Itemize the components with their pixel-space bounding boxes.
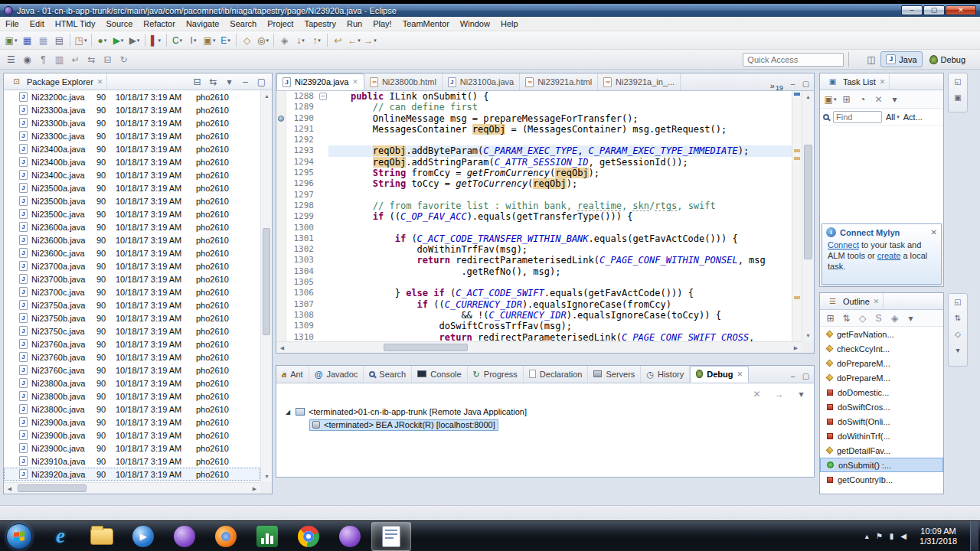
new-package-icon[interactable]: ▣▾ <box>201 32 217 48</box>
package-explorer-row[interactable]: JNi23700b.java9010/18/17 3:19 AMpho2610 <box>4 272 260 285</box>
outline-list[interactable]: getFavNation...checkCcyInt...doPrepareM.… <box>820 327 943 494</box>
package-explorer-row[interactable]: JNi23750c.java9010/18/17 3:19 AMpho2610 <box>4 324 260 337</box>
last-edit-location-icon[interactable]: ↩ <box>330 32 346 48</box>
minimize-icon[interactable]: – <box>237 73 253 90</box>
expanded-arrow-icon[interactable]: ◢ <box>284 409 292 416</box>
action-center-icon[interactable]: ⚑ <box>876 532 883 540</box>
open-perspective-icon[interactable]: ◫ <box>863 51 879 67</box>
hide-static-icon[interactable]: S <box>871 310 887 326</box>
menu-teammentor[interactable]: TeamMentor <box>397 18 455 30</box>
outline-item[interactable]: doWithinTrf(... <box>820 429 943 443</box>
package-explorer-row[interactable]: JNi23400b.java9010/18/17 3:19 AMpho2610 <box>4 155 260 168</box>
task-scope-activated[interactable]: Act... <box>903 112 923 122</box>
package-explorer-row[interactable]: JNi23920a.java9010/18/17 3:19 AMpho2610 <box>4 468 260 481</box>
close-tab-icon[interactable]: ✕ <box>352 78 358 86</box>
resume-icon[interactable]: → <box>771 386 787 402</box>
perspective-debug[interactable]: Debug <box>924 51 971 67</box>
package-explorer-row[interactable]: JNi23300c.java9010/18/17 3:19 AMpho2610 <box>4 129 260 142</box>
package-explorer-row[interactable]: JNi23900b.java9010/18/17 3:19 AMpho2610 <box>4 429 260 442</box>
refresh-icon[interactable]: ↻ <box>116 51 132 67</box>
new-interface-icon[interactable]: I▾ <box>185 32 201 48</box>
collapse-all-icon[interactable]: ⊟ <box>189 73 205 90</box>
hide-non-public-icon[interactable]: ◈ <box>887 310 903 326</box>
close-popup-icon[interactable]: ✕ <box>931 228 937 236</box>
outline-item[interactable]: doPrepareM... <box>820 356 943 370</box>
restore-view-icon[interactable]: ◱ <box>952 75 965 88</box>
taskbar-app-app-purple[interactable] <box>165 522 204 551</box>
package-explorer-row[interactable]: JNi23800a.java9010/18/17 3:19 AMpho2610 <box>4 377 260 390</box>
view-tab-ant[interactable]: aAnt <box>276 366 309 383</box>
link-with-editor-icon[interactable]: ⇆ <box>83 51 100 67</box>
package-explorer-row[interactable]: JNi23750a.java9010/18/17 3:19 AMpho2610 <box>4 298 260 311</box>
view-menu-icon[interactable]: ▾ <box>887 91 903 107</box>
package-explorer-row[interactable]: JNi23600c.java9010/18/17 3:19 AMpho2610 <box>4 246 260 259</box>
new-task-icon[interactable]: ▣ <box>952 91 965 104</box>
menu-tapestry[interactable]: Tapestry <box>299 18 341 30</box>
run-external-tools-icon[interactable]: ▶▾ <box>126 32 142 48</box>
menu-edit[interactable]: Edit <box>24 18 50 30</box>
back-icon[interactable]: ←▾ <box>346 32 362 48</box>
mark-occurrences-icon[interactable]: ◈ <box>276 32 292 48</box>
package-explorer-row[interactable]: JNi23400a.java9010/18/17 3:19 AMpho2610 <box>4 142 260 155</box>
outline-item[interactable]: doDomestic... <box>820 385 943 399</box>
remove-all-terminated-icon[interactable]: ✕ <box>749 386 765 402</box>
editor-hscrollbar[interactable]: ◀ ▶ <box>276 341 802 353</box>
package-explorer-row[interactable]: JNi23750b.java9010/18/17 3:19 AMpho2610 <box>4 311 260 324</box>
delete-icon[interactable]: ✕ <box>871 91 887 107</box>
link-with-editor-icon[interactable]: ⇆ <box>205 73 221 90</box>
editor-tab-ni23100a-java[interactable]: JNi23100a.java <box>443 73 520 90</box>
package-explorer-row[interactable]: JNi23300a.java9010/18/17 3:19 AMpho2610 <box>4 103 260 116</box>
view-tab-history[interactable]: ◷History <box>641 366 690 383</box>
debug-tree-row[interactable]: ◢<terminated>01-cn-ib-app-trunk [Remote … <box>276 406 814 418</box>
word-wrap-icon[interactable]: ↵ <box>67 51 83 67</box>
taskbar-app-text-editor[interactable] <box>371 522 411 551</box>
minimize-editor-icon[interactable]: – <box>786 77 799 90</box>
package-explorer-row[interactable]: JNi23400c.java9010/18/17 3:19 AMpho2610 <box>4 168 260 181</box>
package-explorer-row[interactable]: JNi23910a.java9010/18/17 3:19 AMpho2610 <box>4 455 260 468</box>
view-tab-console[interactable]: Console <box>412 366 467 383</box>
restore-view-icon[interactable]: ◱ <box>952 295 965 308</box>
package-explorer-row[interactable]: JNi23500b.java9010/18/17 3:19 AMpho2610 <box>4 194 260 207</box>
minimize-view-icon[interactable]: – <box>786 370 799 383</box>
perspective-java[interactable]: JJava <box>880 51 922 67</box>
menu-refactor[interactable]: Refactor <box>138 18 181 30</box>
view-tab-declaration[interactable]: Declaration <box>524 366 589 383</box>
window-titlebar[interactable]: Java - 01-cn-ib-app-trunk/src/main/java/… <box>0 4 980 17</box>
pin-editor-icon[interactable]: ◉ <box>19 51 35 67</box>
maximize-button[interactable]: ▢ <box>923 5 945 15</box>
hide-fields-icon[interactable]: ◇ <box>854 310 871 326</box>
editor-tab-ni23921a-html[interactable]: <>Ni23921a.html <box>520 73 598 90</box>
taskbar-app-internet-explorer[interactable]: e <box>41 522 80 551</box>
new-java-project-icon[interactable]: ◳▾ <box>73 32 89 48</box>
taskbar-app-chrome[interactable] <box>289 522 328 551</box>
taskbar-app-firefox[interactable] <box>206 522 246 551</box>
print-icon[interactable]: ▤ <box>51 32 67 48</box>
create-task-link[interactable]: create <box>877 251 901 260</box>
maximize-view-icon[interactable]: ▢ <box>799 370 812 383</box>
editor-code-viewport[interactable]: 1288– public ILink onSubmit() {1289 // c… <box>276 91 814 341</box>
package-explorer-row[interactable]: JNi23900a.java9010/18/17 3:19 AMpho2610 <box>4 416 260 429</box>
debug-tree-row[interactable]: <terminated> BEA JRockit(R) [localhost:8… <box>276 419 814 431</box>
taskbar-clock[interactable]: 10:09 AM 1/31/2018 <box>913 527 963 546</box>
categorized-icon[interactable]: ⊞ <box>838 91 854 107</box>
volume-icon[interactable]: ◀ <box>900 532 906 540</box>
view-tab-debug[interactable]: Debug✕ <box>690 366 749 383</box>
task-list-tab[interactable]: ▣ Task List ✕ <box>822 73 890 90</box>
new-enum-icon[interactable]: E▾ <box>217 32 234 48</box>
next-annotation-icon[interactable]: ↓▾ <box>292 32 309 48</box>
taskbar-app-media-player[interactable]: ▶ <box>123 522 163 551</box>
package-explorer-row[interactable]: JNi23800c.java9010/18/17 3:19 AMpho2610 <box>4 403 260 416</box>
close-button[interactable]: ✕ <box>946 5 976 15</box>
view-menu-icon[interactable]: ▾ <box>903 310 919 326</box>
package-explorer-tree[interactable]: JNi23200c.java9010/18/17 3:19 AMpho2610J… <box>4 90 260 482</box>
new-class-icon[interactable]: C▾ <box>169 32 185 48</box>
package-explorer-row[interactable]: JNi23200c.java9010/18/17 3:19 AMpho2610 <box>4 90 260 103</box>
debug-icon[interactable]: ●▾ <box>94 32 110 48</box>
outline-item[interactable]: checkCcyInt... <box>820 341 943 356</box>
close-view-icon[interactable]: ✕ <box>880 78 886 86</box>
task-scope-all[interactable]: All▾ <box>886 112 900 122</box>
package-explorer-row[interactable]: JNi23500a.java9010/18/17 3:19 AMpho2610 <box>4 181 260 194</box>
expand-all-icon[interactable]: ⊞ <box>822 310 838 326</box>
package-explorer-row[interactable]: JNi23700c.java9010/18/17 3:19 AMpho2610 <box>4 285 260 298</box>
package-explorer-row[interactable]: JNi23760a.java9010/18/17 3:19 AMpho2610 <box>4 337 260 350</box>
